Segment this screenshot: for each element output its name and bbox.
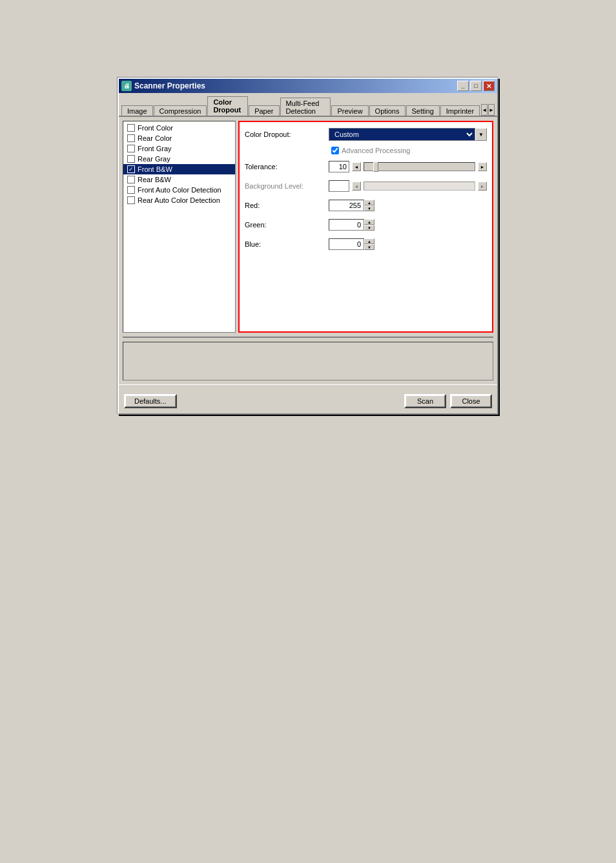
checkbox-rear-auto[interactable] (127, 196, 135, 204)
blue-row: Blue: ▲ ▼ (245, 237, 487, 251)
background-level-row: Background Level: ◄ ► (245, 179, 487, 193)
settings-panel: Color Dropout: Custom ▼ Advanced Process… (238, 121, 493, 333)
color-dropout-label: Color Dropout: (245, 130, 329, 138)
background-level-label: Background Level: (245, 182, 329, 190)
list-item-rear-bw[interactable]: Rear B&W (123, 174, 235, 185)
advanced-processing-checkbox[interactable] (331, 147, 339, 154)
tolerance-label: Tolerance: (245, 163, 329, 171)
tolerance-value: 10 (329, 161, 349, 172)
image-type-list: Front Color Rear Color Front Gray Rear G… (123, 121, 236, 333)
tolerance-row: Tolerance: 10 ◄ ► (245, 160, 487, 174)
tolerance-control: 10 ◄ ► (329, 161, 487, 172)
green-spinner-buttons: ▲ ▼ (364, 219, 375, 231)
color-dropout-select[interactable]: Custom (329, 128, 475, 141)
blue-increment-button[interactable]: ▲ (364, 238, 375, 244)
red-row: Red: ▲ ▼ (245, 198, 487, 213)
window-title: Scanner Properties (134, 81, 205, 90)
tolerance-slider[interactable] (364, 162, 475, 171)
main-content: Front Color Rear Color Front Gray Rear G… (119, 117, 497, 337)
checkbox-rear-bw[interactable] (127, 176, 135, 183)
red-label: Red: (245, 202, 329, 209)
bg-left-arrow-icon: ◄ (352, 182, 361, 191)
tab-setting[interactable]: Setting (406, 105, 440, 116)
checkbox-rear-gray[interactable] (127, 155, 135, 163)
checkbox-front-color[interactable] (127, 124, 135, 132)
green-input[interactable] (329, 219, 364, 231)
green-spinner: ▲ ▼ (329, 219, 380, 231)
checkbox-front-bw[interactable] (127, 165, 135, 173)
green-label: Green: (245, 221, 329, 229)
blue-control: ▲ ▼ (329, 238, 487, 250)
checkbox-front-auto[interactable] (127, 186, 135, 194)
red-increment-button[interactable]: ▲ (364, 200, 375, 205)
red-control: ▲ ▼ (329, 200, 487, 211)
dropdown-arrow-icon[interactable]: ▼ (475, 128, 487, 141)
checkbox-front-gray[interactable] (127, 145, 135, 152)
color-dropout-row: Color Dropout: Custom ▼ (245, 127, 487, 141)
close-window-button[interactable]: ✕ (483, 81, 495, 91)
button-bar: Defaults... Scan Close (119, 390, 497, 413)
tab-multi-feed[interactable]: Multi-Feed Detection (280, 98, 331, 116)
close-button[interactable]: Close (450, 394, 492, 408)
tab-bar: Image Compression Color Dropout Paper Mu… (119, 93, 497, 117)
tolerance-right-arrow[interactable]: ► (478, 162, 487, 171)
separator (119, 384, 497, 385)
background-level-control: ◄ ► (329, 180, 487, 192)
red-spinner-buttons: ▲ ▼ (364, 200, 375, 211)
tab-preview[interactable]: Preview (331, 105, 368, 116)
content-divider (123, 337, 493, 338)
tolerance-left-arrow[interactable]: ◄ (352, 162, 361, 171)
tab-compression[interactable]: Compression (154, 105, 207, 116)
list-item-front-gray[interactable]: Front Gray (123, 143, 235, 154)
checkbox-rear-color[interactable] (127, 134, 135, 142)
list-item-front-auto[interactable]: Front Auto Color Detection (123, 185, 235, 195)
green-control: ▲ ▼ (329, 219, 487, 231)
blue-label: Blue: (245, 240, 329, 248)
red-input[interactable] (329, 200, 364, 211)
scan-button[interactable]: Scan (404, 394, 446, 408)
background-level-value (329, 180, 349, 192)
green-decrement-button[interactable]: ▼ (364, 225, 375, 231)
list-item-rear-auto[interactable]: Rear Auto Color Detection (123, 195, 235, 205)
defaults-button[interactable]: Defaults... (124, 394, 177, 408)
status-area (123, 342, 493, 380)
background-level-slider (364, 182, 475, 191)
scanner-properties-window: 🖨 Scanner Properties _ □ ✕ Image Compres… (118, 78, 498, 415)
red-spinner: ▲ ▼ (329, 200, 380, 211)
window-icon: 🖨 (121, 81, 132, 91)
green-row: Green: ▲ ▼ (245, 218, 487, 232)
tab-nav-right[interactable]: ► (488, 104, 495, 116)
tab-options[interactable]: Options (369, 105, 406, 116)
minimize-button[interactable]: _ (457, 81, 469, 91)
tab-color-dropout[interactable]: Color Dropout (207, 96, 248, 116)
blue-decrement-button[interactable]: ▼ (364, 244, 375, 250)
bg-right-arrow-icon: ► (478, 182, 487, 191)
title-controls: _ □ ✕ (457, 81, 495, 91)
tolerance-thumb[interactable] (373, 161, 378, 172)
title-bar: 🖨 Scanner Properties _ □ ✕ (119, 79, 497, 93)
maximize-button[interactable]: □ (470, 81, 482, 91)
list-item-front-color[interactable]: Front Color (123, 123, 235, 133)
advanced-processing-row: Advanced Processing (245, 147, 487, 154)
color-dropout-control: Custom ▼ (329, 128, 487, 141)
red-decrement-button[interactable]: ▼ (364, 205, 375, 211)
blue-spinner: ▲ ▼ (329, 238, 380, 250)
list-item-rear-color[interactable]: Rear Color (123, 133, 235, 143)
right-buttons: Scan Close (404, 394, 492, 408)
blue-input[interactable] (329, 238, 364, 250)
tab-nav-left[interactable]: ◄ (481, 104, 488, 116)
advanced-processing-label: Advanced Processing (342, 147, 410, 154)
list-item-rear-gray[interactable]: Rear Gray (123, 154, 235, 164)
green-increment-button[interactable]: ▲ (364, 219, 375, 225)
tab-imprinter[interactable]: Imprinter (440, 105, 480, 116)
list-item-front-bw[interactable]: Front B&W (123, 164, 235, 174)
tab-paper[interactable]: Paper (249, 105, 279, 116)
blue-spinner-buttons: ▲ ▼ (364, 238, 375, 250)
tab-image[interactable]: Image (121, 105, 153, 116)
